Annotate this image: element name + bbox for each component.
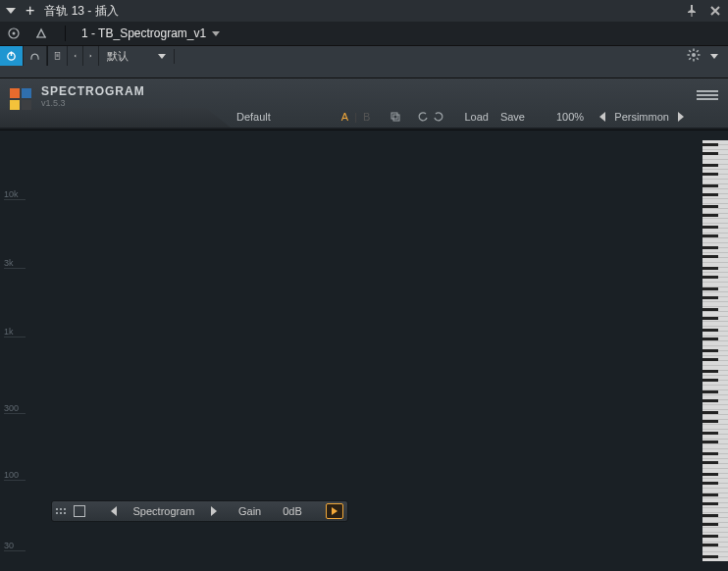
theme-next-icon[interactable] xyxy=(678,112,684,122)
routing-icon[interactable] xyxy=(33,26,49,41)
plugin-control-row: Default A | B Load Save 100% Persimmon xyxy=(231,108,716,126)
drag-handle-icon[interactable] xyxy=(56,508,66,514)
add-icon[interactable]: + xyxy=(26,3,34,19)
preset-dropdown[interactable]: 默认 xyxy=(99,49,175,64)
plugin-select-label: 1 - TB_Spectrogram_v1 xyxy=(81,26,206,40)
chevron-down-icon xyxy=(212,31,220,36)
freq-axis-label: 10k xyxy=(4,189,26,200)
mode-next-icon[interactable] xyxy=(211,506,217,516)
undo-icon[interactable] xyxy=(415,111,431,123)
svg-line-14 xyxy=(697,58,699,60)
pin-icon[interactable] xyxy=(685,4,699,18)
svg-line-13 xyxy=(689,50,691,52)
window-titlebar: + 音轨 13 - 插入 xyxy=(0,0,728,22)
redo-icon[interactable] xyxy=(431,111,446,123)
mode-prev-icon[interactable] xyxy=(111,506,117,516)
svg-point-1 xyxy=(13,32,16,35)
ab-b-button[interactable]: B xyxy=(357,111,376,123)
svg-point-8 xyxy=(692,53,696,57)
copy-state-icon[interactable] xyxy=(388,111,403,123)
zoom-value[interactable]: 100% xyxy=(550,111,590,123)
freq-axis-label: 100 xyxy=(4,470,26,481)
piano-ruler[interactable] xyxy=(702,140,728,561)
target-icon[interactable] xyxy=(6,26,22,41)
gain-label: Gain xyxy=(238,505,261,517)
preset-next-button[interactable] xyxy=(83,46,99,66)
power-button[interactable] xyxy=(0,46,24,66)
play-button[interactable] xyxy=(326,503,343,519)
preset-doc-icon[interactable] xyxy=(48,46,68,66)
freq-axis-label: 300 xyxy=(4,403,26,414)
theme-name[interactable]: Persimmon xyxy=(605,111,678,123)
plugin-select-dropdown[interactable]: 1 - TB_Spectrogram_v1 xyxy=(81,26,220,40)
gain-value[interactable]: 0dB xyxy=(283,505,302,517)
preset-prev-button[interactable] xyxy=(68,46,83,66)
host-toolbar: 默认 xyxy=(0,45,728,78)
preset-name[interactable]: Default xyxy=(231,111,277,123)
ab-a-button[interactable]: A xyxy=(336,111,354,123)
svg-rect-4 xyxy=(55,53,60,60)
svg-line-16 xyxy=(689,58,691,60)
svg-rect-17 xyxy=(391,113,397,119)
view-mode-label[interactable]: Spectrogram xyxy=(125,505,203,517)
bypass-lock-icon[interactable] xyxy=(24,46,47,66)
spectrogram-view[interactable]: 10k3k1k30010030 Spectrogram Gain 0dB xyxy=(0,130,728,571)
load-button[interactable]: Load xyxy=(458,111,494,123)
close-icon[interactable] xyxy=(708,4,722,18)
plugin-title: SPECTROGRAM xyxy=(41,84,145,98)
save-button[interactable]: Save xyxy=(494,111,531,123)
freq-axis-label: 1k xyxy=(4,327,26,337)
menu-icon[interactable] xyxy=(697,88,718,102)
window-title: 音轨 13 - 插入 xyxy=(44,3,118,20)
svg-rect-18 xyxy=(393,115,399,121)
freq-axis-label: 3k xyxy=(4,258,26,269)
crop-icon[interactable] xyxy=(74,505,85,517)
menu-dropdown-icon[interactable] xyxy=(6,8,16,14)
freq-axis-label: 30 xyxy=(4,541,26,551)
view-control-bar: Spectrogram Gain 0dB xyxy=(51,500,348,522)
chevron-down-icon[interactable] xyxy=(710,54,718,59)
svg-line-15 xyxy=(697,50,699,52)
plugin-select-bar: 1 - TB_Spectrogram_v1 xyxy=(0,22,728,45)
settings-gear-icon[interactable] xyxy=(687,48,701,64)
plugin-header: SPECTROGRAM v1.5.3 Default A | B Load Sa… xyxy=(0,78,728,128)
plugin-logo-icon xyxy=(10,88,31,110)
chevron-down-icon xyxy=(158,54,166,59)
preset-dropdown-label: 默认 xyxy=(107,49,129,64)
plugin-version: v1.5.3 xyxy=(41,98,145,108)
